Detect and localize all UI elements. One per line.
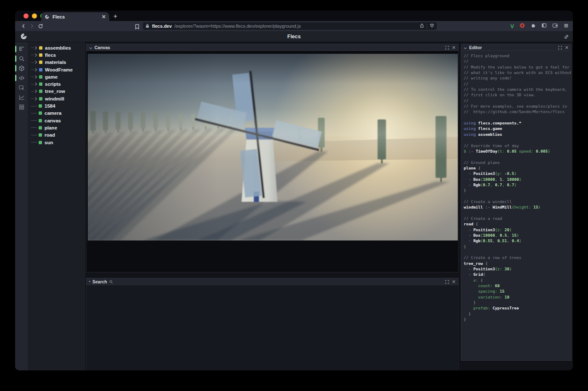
- address-bar[interactable]: flecs.dev/explorer/?wasm=https://www.fle…: [143, 22, 437, 30]
- tree-item-scripts[interactable]: scripts: [28, 80, 85, 87]
- close-panel-icon[interactable]: ✕: [452, 280, 456, 284]
- brave-shield-icon[interactable]: [430, 22, 434, 30]
- close-panel-icon[interactable]: ✕: [452, 45, 456, 50]
- reload-icon[interactable]: [36, 24, 45, 29]
- panel-bullet-icon[interactable]: [89, 281, 90, 282]
- back-icon[interactable]: [19, 24, 28, 29]
- code-icon[interactable]: [15, 73, 28, 83]
- chevron-down-icon[interactable]: [464, 44, 467, 51]
- entity-tree-icon[interactable]: [15, 44, 28, 54]
- extension-red-icon[interactable]: [520, 22, 525, 30]
- entity-tag-green: [39, 141, 42, 144]
- expand-panel-icon[interactable]: [558, 44, 562, 51]
- tree-item-road[interactable]: road: [28, 132, 85, 139]
- stats-icon[interactable]: [15, 92, 28, 102]
- chevron-right-icon[interactable]: [35, 61, 37, 64]
- chevron-right-icon[interactable]: [35, 97, 37, 100]
- page-title: Flecs: [15, 31, 573, 42]
- tree-connector: [31, 113, 37, 114]
- close-window-button[interactable]: [24, 13, 29, 18]
- entity-tag-green: [39, 82, 42, 86]
- tree-item-label: game: [45, 74, 58, 79]
- tree-connector: [31, 62, 34, 63]
- chevron-right-icon[interactable]: [35, 68, 37, 71]
- cube-icon[interactable]: [15, 63, 28, 73]
- close-panel-icon[interactable]: ✕: [565, 45, 569, 50]
- chevron-right-icon[interactable]: [35, 90, 37, 93]
- tree-connector: [31, 142, 37, 143]
- canvas-3d-scene[interactable]: [88, 54, 458, 240]
- expand-panel-icon[interactable]: [445, 44, 449, 51]
- puzzle-icon[interactable]: [530, 22, 536, 30]
- tree-item-tree_row[interactable]: tree_row: [28, 88, 85, 95]
- tree-item-label: WoodFrame: [45, 67, 73, 72]
- tree-connector: [31, 91, 34, 92]
- chevron-right-icon[interactable]: [35, 53, 37, 57]
- inspect-icon[interactable]: [15, 83, 28, 92]
- tree-connector: [31, 106, 37, 106]
- tree-connector: [31, 48, 34, 48]
- tree-item-WoodFrame[interactable]: WoodFrame: [28, 66, 85, 73]
- editor-panel-header: Editor ✕: [461, 44, 572, 51]
- menu-icon[interactable]: [564, 22, 569, 30]
- tree-item-label: camera: [45, 111, 61, 116]
- tree-item-label: scripts: [45, 82, 61, 87]
- tree-connector: [31, 135, 37, 135]
- chevron-right-icon[interactable]: [35, 75, 37, 79]
- tree-item-1584[interactable]: 1584: [28, 102, 85, 109]
- search-icon: [109, 278, 113, 285]
- entity-tag-green: [39, 104, 42, 108]
- tree-connector: [31, 69, 34, 70]
- search-icon[interactable]: [15, 54, 28, 63]
- sidebar-toggle-icon[interactable]: [541, 22, 547, 30]
- entity-tag-green: [39, 133, 42, 137]
- tree-item-flecs[interactable]: flecs: [28, 51, 85, 58]
- tree-item-label: sun: [45, 140, 53, 145]
- tree-item-sun[interactable]: sun: [28, 139, 85, 146]
- tree-item-label: windmill: [45, 96, 64, 101]
- tree-item-canvas[interactable]: canvas: [28, 117, 85, 124]
- flecs-favicon-icon: [45, 14, 50, 19]
- share-icon[interactable]: [420, 22, 424, 30]
- tree-item-label: flecs: [45, 53, 56, 58]
- entity-tag-green: [39, 119, 42, 122]
- expand-panel-icon[interactable]: [445, 278, 449, 285]
- storage-icon[interactable]: [15, 102, 28, 112]
- entity-tag-green: [39, 126, 42, 129]
- tree-connector: [31, 84, 34, 85]
- page-content: assembliesflecsmaterialsWoodFramegamescr…: [15, 42, 573, 370]
- tree-connector: [31, 98, 34, 99]
- search-panel-body[interactable]: [86, 285, 459, 370]
- tree-item-camera[interactable]: camera: [28, 110, 85, 117]
- browser-tab[interactable]: Flecs ✕: [41, 12, 109, 21]
- tree-item-windmill[interactable]: windmill: [28, 95, 85, 102]
- entity-tag-green: [39, 90, 42, 93]
- forward-icon[interactable]: [28, 24, 36, 29]
- tree-item-label: road: [45, 132, 55, 137]
- entity-tag-yellow: [39, 61, 42, 64]
- code-editor[interactable]: // Flecs playground//// Modify the value…: [464, 53, 571, 322]
- canvas-panel-body: [86, 51, 459, 272]
- left-icon-rail: [15, 42, 28, 370]
- lock-icon: [145, 22, 150, 30]
- search-panel-header: Search ✕: [86, 278, 459, 285]
- tree-item-game[interactable]: game: [28, 73, 85, 80]
- bookmark-icon[interactable]: [135, 24, 139, 31]
- editor-panel-body[interactable]: // Flecs playground//// Modify the value…: [461, 51, 572, 361]
- chevron-down-icon[interactable]: [89, 44, 92, 51]
- new-tab-button[interactable]: +: [113, 13, 117, 20]
- minimize-window-button[interactable]: [32, 13, 37, 18]
- tree-item-assemblies[interactable]: assemblies: [28, 44, 85, 51]
- tree-item-plane[interactable]: plane: [28, 124, 85, 131]
- close-tab-icon[interactable]: ✕: [102, 14, 106, 20]
- link-icon[interactable]: [564, 34, 569, 41]
- entity-tag-green: [39, 75, 42, 79]
- entity-tag-yellow: [39, 53, 42, 57]
- tree-item-materials[interactable]: materials: [28, 59, 85, 66]
- chevron-right-icon[interactable]: [35, 82, 37, 86]
- wallet-icon[interactable]: [552, 22, 558, 30]
- chevron-right-icon[interactable]: [35, 46, 37, 50]
- extension-v-icon[interactable]: V: [510, 23, 514, 29]
- urlbar-divider: [427, 24, 427, 29]
- page-header: Flecs: [15, 31, 573, 42]
